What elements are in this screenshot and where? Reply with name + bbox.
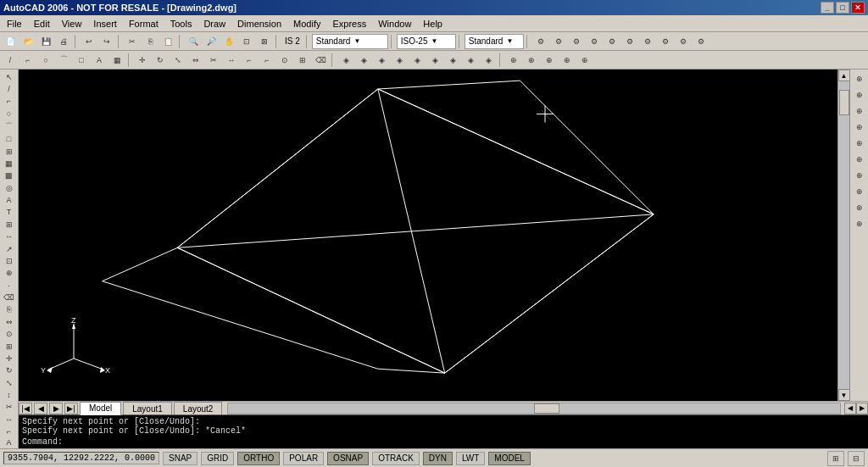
- lt-cs[interactable]: ⊕: [2, 268, 17, 279]
- lt-point[interactable]: ·: [2, 280, 17, 291]
- menu-edit[interactable]: Edit: [29, 17, 55, 31]
- tab-model[interactable]: Model: [80, 402, 121, 415]
- lt-extend[interactable]: ↔: [2, 414, 17, 425]
- tb-circle[interactable]: ○: [37, 53, 54, 68]
- rp-btn3[interactable]: ⊕: [852, 103, 867, 119]
- lt-leader[interactable]: ↗: [2, 243, 17, 254]
- vscroll-track[interactable]: [839, 81, 849, 389]
- tb-3d9[interactable]: ◈: [480, 53, 497, 68]
- status-extra1[interactable]: ⊞: [827, 451, 844, 466]
- layer-dropdown[interactable]: Standard ▼: [312, 34, 388, 49]
- tb-print[interactable]: 🖨: [55, 34, 72, 49]
- tb-extra1[interactable]: ⚙: [532, 34, 549, 49]
- tb-extra2[interactable]: ⚙: [550, 34, 567, 49]
- lt-rotate[interactable]: ↻: [2, 365, 17, 376]
- tb-extra3[interactable]: ⚙: [568, 34, 585, 49]
- tb-3d7[interactable]: ◈: [444, 53, 461, 68]
- maximize-button[interactable]: □: [836, 2, 849, 14]
- lt-pline[interactable]: ⌐: [2, 96, 17, 107]
- rp-btn4[interactable]: ⊕: [852, 120, 867, 135]
- tb-zoom-all[interactable]: ⊡: [238, 34, 255, 49]
- tb-extra6[interactable]: ⚙: [621, 34, 638, 49]
- status-model[interactable]: MODEL: [488, 452, 531, 465]
- lt-break[interactable]: ⌐: [2, 426, 17, 437]
- tb-fillet[interactable]: ⌐: [241, 53, 258, 68]
- lineweight-dropdown[interactable]: Standard ▼: [465, 34, 524, 49]
- tb-chamfer[interactable]: ⌐: [259, 53, 275, 68]
- tb-3d4[interactable]: ◈: [391, 53, 408, 68]
- hscroll-left[interactable]: ◀: [844, 403, 856, 414]
- status-grid[interactable]: GRID: [201, 452, 234, 465]
- lt-scale[interactable]: ⤡: [2, 377, 17, 388]
- tb-save[interactable]: 💾: [37, 34, 54, 49]
- tb-extend[interactable]: ↔: [223, 53, 240, 68]
- menu-file[interactable]: File: [2, 17, 27, 31]
- tb-array[interactable]: ⊞: [294, 53, 311, 68]
- tab-nav-prev[interactable]: ◀: [34, 403, 47, 414]
- tb-pan[interactable]: ✋: [220, 34, 237, 49]
- status-otrack[interactable]: OTRACK: [372, 452, 420, 465]
- tb-extra9[interactable]: ⚙: [675, 34, 692, 49]
- lt-line[interactable]: /: [2, 83, 17, 94]
- status-ortho[interactable]: ORTHO: [237, 452, 280, 465]
- tb-erase[interactable]: ⌫: [312, 53, 329, 68]
- lt-arc[interactable]: ⌒: [2, 120, 17, 133]
- lt-erase[interactable]: ⌫: [2, 292, 17, 303]
- tb-arc[interactable]: ⌒: [55, 53, 72, 68]
- menu-insert[interactable]: Insert: [88, 17, 122, 31]
- command-input-field[interactable]: [63, 437, 865, 447]
- rp-btn10[interactable]: ⊕: [852, 216, 867, 231]
- rp-btn2[interactable]: ⊕: [852, 87, 867, 103]
- lt-insert[interactable]: ⊞: [2, 146, 17, 157]
- tb-zoom-out[interactable]: 🔎: [203, 34, 220, 49]
- menu-help[interactable]: Help: [418, 17, 448, 31]
- tb-3d6[interactable]: ◈: [426, 53, 443, 68]
- drawing-canvas-area[interactable]: Z Y X: [19, 69, 837, 401]
- rp-btn9[interactable]: ⊕: [852, 200, 867, 215]
- menu-draw[interactable]: Draw: [198, 17, 231, 31]
- tb-3d1[interactable]: ◈: [337, 53, 354, 68]
- tb-extra4[interactable]: ⚙: [586, 34, 603, 49]
- menu-window[interactable]: Window: [373, 17, 416, 31]
- tb-line[interactable]: /: [2, 53, 19, 68]
- tb-scale[interactable]: ⤡: [170, 53, 186, 68]
- tb-otrack[interactable]: ⊕: [505, 53, 522, 68]
- hscroll-right[interactable]: ▶: [856, 403, 868, 414]
- tb-text[interactable]: A: [91, 53, 108, 68]
- vscroll-down[interactable]: ▼: [838, 389, 850, 401]
- menu-dimension[interactable]: Dimension: [232, 17, 287, 31]
- lt-mtext[interactable]: T: [2, 207, 17, 218]
- tab-nav-next[interactable]: ▶: [49, 403, 63, 414]
- tb-snap[interactable]: ⊕: [523, 53, 540, 68]
- tb-new[interactable]: 📄: [2, 34, 19, 49]
- rp-btn6[interactable]: ⊕: [852, 152, 867, 167]
- tb-zoom-ext[interactable]: ⊠: [256, 34, 273, 49]
- menu-view[interactable]: View: [57, 17, 87, 31]
- tb-extra10[interactable]: ⚙: [693, 34, 709, 49]
- status-dyn[interactable]: DYN: [423, 452, 453, 465]
- lt-gradient[interactable]: ▩: [2, 170, 17, 181]
- lt-copy[interactable]: ⎘: [2, 304, 17, 315]
- tab-layout2[interactable]: Layout2: [174, 402, 223, 415]
- menu-express[interactable]: Express: [327, 17, 371, 31]
- tb-extra5[interactable]: ⚙: [604, 34, 620, 49]
- tb-redo[interactable]: ↪: [98, 34, 115, 49]
- lt-tolerance[interactable]: ⊡: [2, 255, 17, 266]
- lt-dimension[interactable]: ↔: [2, 231, 17, 242]
- lt-table[interactable]: ⊞: [2, 219, 17, 230]
- tb-extra8[interactable]: ⚙: [657, 34, 674, 49]
- close-button[interactable]: ✕: [851, 2, 865, 14]
- hscroll-thumb[interactable]: [534, 403, 559, 414]
- rp-btn8[interactable]: ⊕: [852, 184, 867, 199]
- lt-pick[interactable]: ↖: [2, 71, 17, 82]
- lt-region[interactable]: ◎: [2, 182, 17, 193]
- tb-zoom-in[interactable]: 🔍: [185, 34, 202, 49]
- lt-text[interactable]: A: [2, 194, 17, 205]
- menu-tools[interactable]: Tools: [165, 17, 198, 31]
- status-extra2[interactable]: ⊟: [848, 451, 865, 466]
- tb-osnap[interactable]: ⊕: [541, 53, 558, 68]
- tb-hatch[interactable]: ▦: [108, 53, 125, 68]
- menu-modify[interactable]: Modify: [288, 17, 326, 31]
- tb-3d5[interactable]: ◈: [409, 53, 426, 68]
- status-osnap[interactable]: OSNAP: [327, 452, 369, 465]
